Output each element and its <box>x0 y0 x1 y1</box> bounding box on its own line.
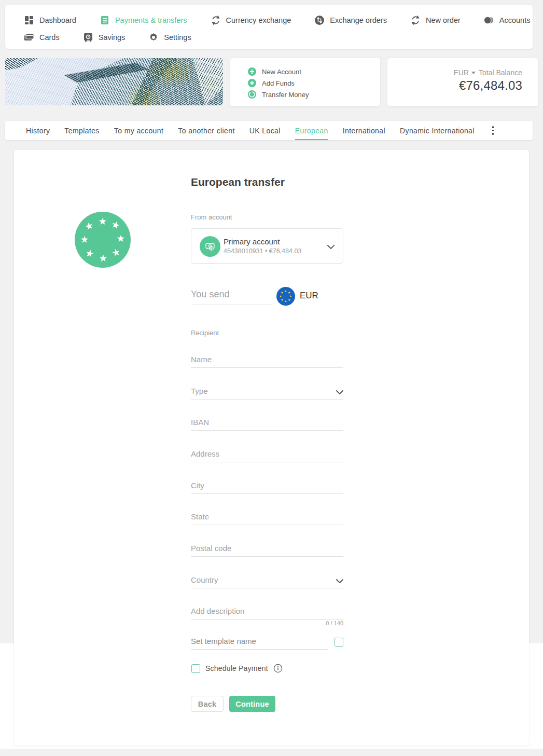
balance-label: Total Balance <box>479 68 522 77</box>
currency-exchange-icon <box>211 15 221 25</box>
add-funds-action[interactable]: Add Funds <box>248 77 380 89</box>
template-name-checkbox[interactable] <box>335 638 343 647</box>
tab-templates[interactable]: Templates <box>64 121 99 140</box>
european-transfer-form: European transfer From account <box>14 150 529 746</box>
country-select[interactable] <box>191 575 343 588</box>
description-input[interactable] <box>191 607 343 620</box>
nav-item-settings[interactable]: Settings <box>148 32 191 43</box>
nav-item-label: New order <box>426 16 461 24</box>
template-name-row <box>191 637 343 650</box>
nav-item-label: Settings <box>164 33 191 42</box>
name-input[interactable] <box>191 355 343 368</box>
tab-label: European <box>295 127 328 135</box>
amount-currency-label: EUR <box>300 291 318 301</box>
nav-item-label: Exchange orders <box>330 16 387 24</box>
tab-to-another-client[interactable]: To another client <box>178 121 235 140</box>
nav-item-new-order[interactable]: New order <box>410 15 461 25</box>
nav-item-label: Accounts <box>499 16 531 24</box>
tab-label: Templates <box>64 127 99 135</box>
new-account-action[interactable]: New Account <box>248 66 380 77</box>
postal-code-input[interactable] <box>191 544 343 557</box>
tab-international[interactable]: International <box>343 121 385 140</box>
tab-label: To another client <box>178 127 235 135</box>
exchange-orders-icon <box>314 15 325 25</box>
new-order-icon <box>410 15 421 25</box>
iban-input[interactable] <box>191 418 343 431</box>
tab-to-my-account[interactable]: To my account <box>114 121 163 140</box>
settings-icon <box>148 32 159 43</box>
city-input[interactable] <box>191 481 343 494</box>
tab-label: International <box>343 127 385 135</box>
banknote-banner-image <box>5 58 223 105</box>
nav-item-label: Currency exchange <box>226 16 291 24</box>
type-select[interactable] <box>191 387 343 400</box>
you-send-input[interactable] <box>191 289 273 305</box>
account-currency-icon <box>200 236 220 257</box>
quick-action-label: New Account <box>262 68 301 76</box>
from-account-select[interactable]: Primary account 45438010931 • €76,484.03 <box>191 228 343 264</box>
continue-button[interactable]: Continue <box>229 696 275 712</box>
recipient-address-field <box>191 449 343 462</box>
schedule-payment-row: Schedule Payment <box>191 664 283 673</box>
tabs-overflow-kebab-icon[interactable] <box>489 121 497 140</box>
recipient-country-field <box>191 575 343 588</box>
transfer-tabs: History Templates To my account To anoth… <box>5 121 533 140</box>
transfer-circle-icon <box>248 90 256 99</box>
nav-item-label: Savings <box>99 33 126 42</box>
accounts-icon <box>484 15 494 25</box>
nav-item-currency-exchange[interactable]: Currency exchange <box>211 15 291 25</box>
recipient-postal-code-field <box>191 544 343 557</box>
savings-icon <box>83 32 93 43</box>
nav-item-label: Payments & transfers <box>115 16 187 24</box>
recipient-name-field <box>191 355 343 368</box>
nav-item-dashboard[interactable]: Dashboard <box>24 15 76 25</box>
from-account-label: From account <box>191 213 232 221</box>
nav-item-cards[interactable]: Cards <box>24 32 60 43</box>
description-char-counter: 0 / 140 <box>191 620 343 626</box>
template-name-input[interactable] <box>191 637 328 650</box>
nav-row-2: Cards Savings Settings <box>24 30 522 45</box>
plus-circle-icon <box>248 67 256 76</box>
tab-label: Dynamic International <box>400 127 475 135</box>
balance-amount: €76,484.03 <box>387 78 522 93</box>
transfer-money-action[interactable]: Transfer Money <box>248 89 380 100</box>
chevron-down-icon <box>327 242 335 252</box>
form-actions: Back Continue <box>191 696 275 712</box>
quick-action-label: Add Funds <box>262 79 295 87</box>
nav-item-accounts[interactable]: Accounts <box>484 15 531 25</box>
page-background-bottom <box>0 749 543 756</box>
tab-label: History <box>26 127 50 135</box>
tab-european[interactable]: European <box>295 121 328 140</box>
recipient-state-field <box>191 512 343 525</box>
tab-uk-local[interactable]: UK Local <box>249 121 281 140</box>
recipient-city-field <box>191 481 343 494</box>
tab-history[interactable]: History <box>26 121 50 140</box>
back-button[interactable]: Back <box>191 696 224 712</box>
address-input[interactable] <box>191 449 343 462</box>
tab-dynamic-international[interactable]: Dynamic International <box>400 121 475 140</box>
info-icon[interactable] <box>273 664 283 673</box>
tab-label: To my account <box>114 127 163 135</box>
chevron-down-icon <box>471 72 476 74</box>
state-input[interactable] <box>191 512 343 525</box>
plus-circle-icon <box>248 79 256 87</box>
balance-header: EUR Total Balance <box>387 68 522 77</box>
amount-section: EUR <box>191 287 343 308</box>
nav-item-label: Cards <box>39 33 60 42</box>
recipient-iban-field <box>191 418 343 431</box>
top-navigation: Dashboard Payments & transfers Currency … <box>5 5 533 49</box>
balance-currency-selector[interactable]: EUR <box>453 68 476 77</box>
app-window: Dashboard Payments & transfers Currency … <box>0 0 543 756</box>
nav-item-savings[interactable]: Savings <box>83 32 126 43</box>
account-name: Primary account <box>224 237 280 246</box>
total-balance-panel: EUR Total Balance €76,484.03 <box>387 58 538 106</box>
tab-label: UK Local <box>249 127 281 135</box>
quick-action-label: Transfer Money <box>262 91 309 99</box>
schedule-payment-label: Schedule Payment <box>205 664 268 672</box>
schedule-payment-checkbox[interactable] <box>191 664 200 673</box>
dashboard-icon <box>24 15 34 25</box>
nav-item-exchange-orders[interactable]: Exchange orders <box>314 15 387 25</box>
recipient-type-field <box>191 387 343 400</box>
nav-item-label: Dashboard <box>39 16 76 24</box>
nav-item-payments-transfers[interactable]: Payments & transfers <box>100 15 187 25</box>
